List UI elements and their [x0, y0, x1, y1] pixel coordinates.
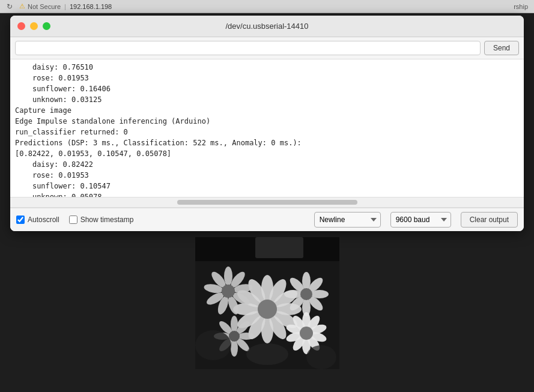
scrollbar-track[interactable]	[10, 198, 524, 208]
title-bar: /dev/cu.usbserial-14410	[10, 16, 524, 37]
autoscroll-checkbox[interactable]	[16, 216, 25, 224]
not-secure-label: Not Secure	[28, 3, 61, 10]
newline-select-group: Newline No line ending Carriage return B…	[314, 212, 381, 228]
serial-input-row: Send	[10, 37, 524, 59]
external-label: rship	[514, 3, 528, 10]
newline-select[interactable]: Newline No line ending Carriage return B…	[314, 212, 381, 228]
browser-url: 192.168.1.198	[70, 3, 112, 10]
reload-icon[interactable]: ↻	[5, 2, 14, 11]
bottom-controls: Autoscroll Show timestamp Newline No lin…	[10, 208, 524, 231]
svg-rect-58	[195, 237, 339, 369]
warning-icon: ⚠	[19, 2, 25, 10]
camera-image	[195, 237, 339, 369]
close-button[interactable]	[17, 22, 25, 30]
show-timestamp-label: Show timestamp	[80, 216, 134, 224]
console-output[interactable]: daisy: 0.76510 rose: 0.01953 sunflower: …	[10, 59, 524, 198]
show-timestamp-checkbox[interactable]	[69, 216, 77, 224]
autoscroll-label: Autoscroll	[28, 216, 59, 224]
maximize-button[interactable]	[43, 22, 50, 30]
baud-select-group: 300 baud 1200 baud 2400 baud 4800 baud 9…	[390, 212, 451, 228]
window-title: /dev/cu.usbserial-14410	[225, 22, 308, 31]
serial-input[interactable]	[15, 41, 481, 55]
minimize-button[interactable]	[30, 22, 38, 30]
camera-area	[0, 231, 534, 369]
serial-monitor-window: /dev/cu.usbserial-14410 Send daisy: 0.76…	[10, 16, 524, 231]
url-separator: |	[64, 3, 66, 10]
show-timestamp-group[interactable]: Show timestamp	[69, 216, 134, 224]
clear-output-button[interactable]: Clear output	[461, 212, 518, 228]
scrollbar-thumb	[177, 200, 357, 205]
security-warning: ⚠ Not Secure | 192.168.1.198	[19, 2, 112, 10]
camera-svg	[195, 237, 339, 369]
send-button[interactable]: Send	[484, 41, 519, 55]
baud-select[interactable]: 300 baud 1200 baud 2400 baud 4800 baud 9…	[390, 212, 451, 228]
autoscroll-group[interactable]: Autoscroll	[16, 216, 59, 224]
window-controls	[17, 22, 50, 30]
console-text: daisy: 0.76510 rose: 0.01953 sunflower: …	[15, 62, 519, 198]
browser-chrome: ↻ ⚠ Not Secure | 192.168.1.198 rship	[0, 0, 534, 13]
